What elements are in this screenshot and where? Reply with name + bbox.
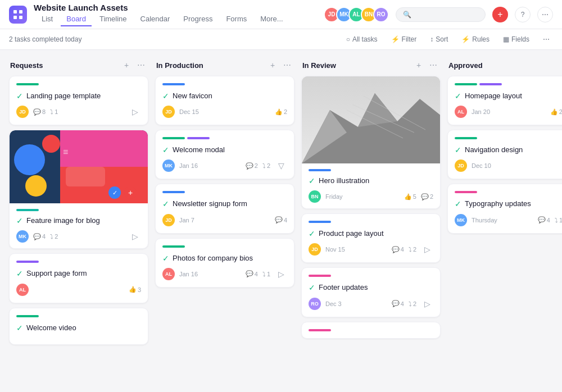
card-title: Footer updates	[319, 282, 368, 293]
card-tag-purple	[187, 137, 210, 139]
card-support-page-form[interactable]: ✓ Support page form AL 👍3	[9, 253, 148, 303]
all-tasks-label: All tasks	[352, 35, 378, 43]
app-icon	[9, 6, 27, 24]
help-button[interactable]: ?	[515, 7, 531, 22]
search-bar[interactable]: 🔍	[396, 7, 486, 22]
card-typography-updates[interactable]: ✓ Typography updates MK Thursday 💬4 ⤵1 ▷	[447, 184, 562, 233]
card-homepage-layout[interactable]: ✓ Homepage layout AL Jan 20 👍2 💬4	[447, 76, 562, 125]
date: Dec 10	[472, 162, 491, 169]
column-actions-approved: + ⋯	[559, 59, 562, 71]
date: Jan 16	[179, 271, 198, 277]
card-title-row: ✓ Product page layout	[309, 229, 433, 239]
card-title-row: ✓ Newsletter signup form	[162, 199, 287, 209]
subtask-count: ⤵2	[262, 162, 270, 169]
column-title-in-review: In Review	[302, 61, 409, 70]
nav-more[interactable]: More...	[255, 12, 288, 26]
check-icon: ✓	[309, 176, 315, 185]
expand-icon[interactable]: ▷	[129, 230, 141, 243]
avatar: JD	[162, 214, 175, 226]
card-tag	[455, 191, 477, 193]
expand-icon[interactable]: ▷	[421, 243, 433, 256]
expand-icon[interactable]: ▷	[421, 298, 433, 310]
card-welcome-video[interactable]: ✓ Welcome video	[9, 308, 148, 345]
card-welcome-modal[interactable]: ✓ Welcome modal MK Jan 16 💬2 ⤵2 ▽	[155, 130, 294, 179]
nav-forms[interactable]: Forms	[220, 12, 252, 26]
card-product-page-layout[interactable]: ✓ Product page layout JD Nov 15 💬4 ⤵2 ▷	[301, 213, 441, 263]
check-icon: ✓	[309, 229, 315, 238]
card-tag	[455, 137, 477, 139]
more-options-button[interactable]: ⋯	[540, 34, 553, 45]
date: Dec 3	[325, 300, 342, 307]
card-title-row: ✓ Hero illustration	[309, 176, 433, 186]
comment-count: 💬4	[392, 300, 404, 307]
count: 1	[55, 108, 58, 115]
card-tag	[309, 221, 331, 223]
card-tag-green	[455, 83, 477, 85]
card-new-favicon[interactable]: ✓ New favicon JD Dec 15 👍2	[155, 76, 294, 125]
toolbar-actions: ○ All tasks ⚡ Filter ↕ Sort ⚡ Rules ▦ Fi…	[343, 34, 553, 45]
add-card-requests[interactable]: +	[120, 59, 133, 71]
more-options-requests[interactable]: ⋯	[135, 59, 147, 71]
nav-calendar[interactable]: Calendar	[135, 12, 176, 26]
svg-rect-1	[19, 10, 22, 13]
fields-button[interactable]: ▦ Fields	[500, 34, 533, 45]
card-partial[interactable]	[301, 322, 441, 339]
card-footer-updates[interactable]: ✓ Footer updates RO Dec 3 💬4 ⤵2 ▷	[301, 267, 441, 317]
check-icon: ✓	[162, 145, 169, 154]
card-footer: AL Jan 20 👍2 💬4	[455, 106, 562, 118]
expand-icon[interactable]: ▷	[129, 106, 141, 118]
expand-icon[interactable]: ▷	[275, 268, 287, 280]
avatar: RO	[309, 298, 321, 310]
more-options-in-review[interactable]: ⋯	[427, 59, 439, 71]
card-title-row: ✓ Support page form	[16, 268, 141, 279]
nav-board[interactable]: Board	[61, 12, 92, 26]
add-card-approved[interactable]: +	[559, 59, 562, 71]
fields-icon: ▦	[503, 35, 509, 43]
add-card-in-production[interactable]: +	[266, 59, 279, 71]
card-navigation-design[interactable]: ✓ Navigation design JD Dec 10 💬3	[447, 130, 562, 179]
avatar-5: RO	[373, 7, 389, 22]
comment-count: 💬4	[392, 246, 404, 253]
column-actions-requests: + ⋯	[120, 59, 147, 71]
card-hero-illustration[interactable]: ✓ Hero illustration BN Friday 👍5 💬2	[301, 76, 441, 209]
card-footer: JD Jan 7 💬4	[162, 214, 287, 226]
sort-button[interactable]: ↕ Sort	[427, 34, 451, 45]
nav-list[interactable]: List	[36, 12, 58, 26]
card-title: Welcome video	[26, 323, 76, 333]
card-footer: AL 👍3	[16, 284, 141, 296]
card-tag-row	[162, 137, 287, 139]
date: Jan 16	[179, 162, 198, 169]
card-photos-for-company-bios[interactable]: ✓ Photos for company bios AL Jan 16 💬4 ⤵…	[155, 238, 294, 288]
filter-button[interactable]: ⚡ Filter	[388, 34, 420, 45]
nav-progress[interactable]: Progress	[178, 12, 218, 26]
date: Jan 7	[179, 217, 194, 224]
all-tasks-icon: ○	[346, 35, 350, 43]
rules-button[interactable]: ⚡ Rules	[458, 34, 493, 45]
avatar: MK	[455, 214, 467, 226]
column-header-in-review: In Review + ⋯	[301, 59, 441, 71]
add-card-in-review[interactable]: +	[413, 59, 425, 71]
column-requests: Requests + ⋯ ✓ Landing page template JD …	[9, 59, 148, 349]
more-options-in-production[interactable]: ⋯	[281, 59, 293, 71]
notifications-button[interactable]: ⋯	[537, 7, 553, 22]
filter-icon: ⚡	[391, 35, 400, 43]
subtask-count: ⤵2	[409, 246, 416, 253]
card-title: Typography updates	[465, 199, 531, 209]
card-footer: BN Friday 👍5 💬2	[309, 190, 433, 203]
card-newsletter-signup-form[interactable]: ✓ Newsletter signup form JD Jan 7 💬4	[155, 184, 294, 233]
card-footer: JD Dec 15 👍2	[162, 106, 287, 118]
like-count: 👍3	[129, 286, 141, 293]
card-feature-image[interactable]: ≡ ✓ + ✓ Feature image for blog MK 💬4 ⤵2 …	[9, 130, 148, 249]
all-tasks-button[interactable]: ○ All tasks	[343, 34, 381, 45]
nav-timeline[interactable]: Timeline	[94, 12, 133, 26]
card-landing-page-template[interactable]: ✓ Landing page template JD 💬8 ⤵1 ▷	[9, 76, 148, 125]
comment-count: 💬2	[421, 193, 433, 200]
avatar: AL	[455, 106, 467, 118]
card-tag-row	[455, 83, 562, 85]
card-footer: RO Dec 3 💬4 ⤵2 ▷	[309, 298, 433, 310]
add-button[interactable]: +	[492, 7, 508, 22]
card-tag	[309, 275, 331, 277]
column-header-approved: Approved + ⋯	[447, 59, 562, 71]
expand-icon[interactable]: ▽	[275, 159, 287, 172]
card-title-row: ✓ Landing page template	[16, 91, 141, 101]
